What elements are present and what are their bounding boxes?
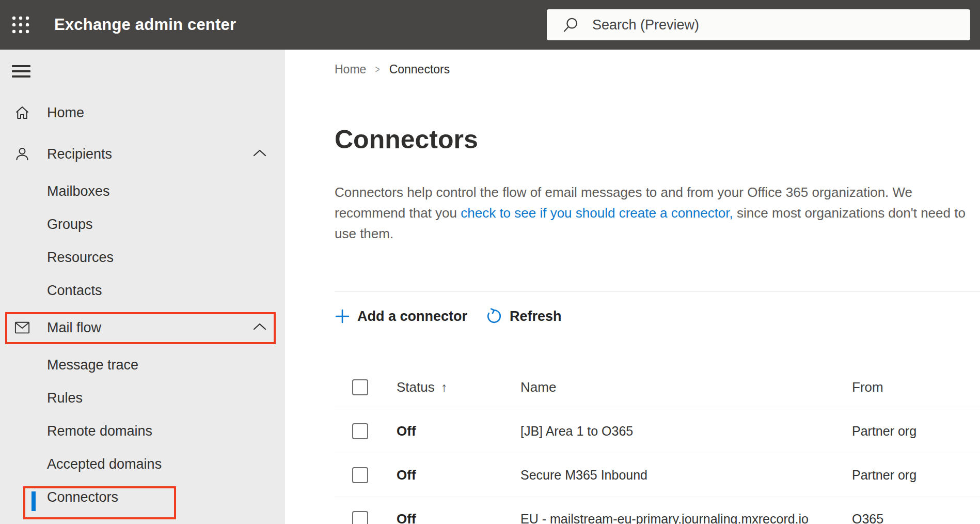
sidebar-item-mail-flow[interactable]: Mail flow: [0, 307, 285, 348]
search-input[interactable]: [591, 17, 922, 34]
header-checkbox-cell: [335, 379, 397, 395]
sidebar-item-mailboxes[interactable]: Mailboxes: [0, 175, 285, 208]
breadcrumb: Home > Connectors: [335, 62, 450, 76]
app-launcher-icon[interactable]: [9, 13, 32, 36]
sidebar-item-label: Accepted domains: [47, 456, 162, 472]
cell-name[interactable]: [JB] Area 1 to O365: [520, 424, 852, 439]
cell-status: Off: [397, 423, 520, 439]
hamburger-menu-icon[interactable]: [12, 65, 30, 78]
sidebar-item-label: Resources: [47, 250, 114, 266]
sidebar-item-label: Remote domains: [47, 423, 152, 439]
sidebar-item-message-trace[interactable]: Message trace: [0, 348, 285, 381]
sidebar-item-home[interactable]: Home: [0, 92, 285, 133]
row-checkbox[interactable]: [352, 423, 368, 439]
mail-icon: [14, 320, 30, 335]
refresh-label: Refresh: [510, 309, 562, 325]
sidebar-item-label: Mail flow: [47, 320, 101, 336]
sidebar-item-label: Contacts: [47, 283, 102, 299]
sidebar-item-recipients[interactable]: Recipients: [0, 133, 285, 175]
column-header-label: Name: [520, 379, 556, 395]
sidebar-item-accepted-domains[interactable]: Accepted domains: [0, 448, 285, 481]
chevron-up-icon: [253, 149, 266, 159]
table-row[interactable]: Off Secure M365 Inbound Partner org: [335, 453, 980, 497]
row-checkbox-cell: [335, 423, 397, 439]
add-connector-button[interactable]: Add a connector: [335, 309, 467, 325]
column-header-from: From: [852, 379, 980, 395]
select-all-checkbox[interactable]: [352, 379, 368, 395]
search-box[interactable]: [547, 9, 970, 40]
sidebar-item-groups[interactable]: Groups: [0, 208, 285, 241]
command-bar: Add a connector Refresh: [335, 302, 562, 331]
row-checkbox-cell: [335, 467, 397, 483]
row-checkbox-cell: [335, 511, 397, 524]
cell-status: Off: [397, 467, 520, 483]
cell-name[interactable]: Secure M365 Inbound: [520, 468, 852, 483]
page-title: Connectors: [335, 125, 478, 154]
sidebar-item-rules[interactable]: Rules: [0, 381, 285, 414]
sidebar-nav: Home Recipients Mailboxes Groups Reso: [0, 50, 285, 524]
sidebar-item-label: Groups: [47, 217, 93, 233]
chevron-up-icon: [253, 322, 266, 333]
row-checkbox[interactable]: [352, 511, 368, 524]
breadcrumb-separator-icon: >: [375, 63, 380, 75]
cell-from: Partner org: [852, 468, 980, 483]
column-header-label: From: [852, 379, 883, 395]
row-checkbox[interactable]: [352, 467, 368, 483]
add-connector-label: Add a connector: [357, 309, 467, 325]
column-header-name: Name: [520, 379, 852, 395]
breadcrumb-current: Connectors: [389, 63, 450, 76]
sidebar-item-label: Connectors: [47, 489, 118, 505]
column-header-label: Status: [397, 379, 435, 395]
sidebar-item-label: Recipients: [47, 146, 112, 162]
sidebar-item-resources[interactable]: Resources: [0, 241, 285, 274]
sidebar-item-connectors[interactable]: Connectors: [0, 481, 285, 514]
table-row[interactable]: Off [JB] Area 1 to O365 Partner org: [335, 409, 980, 453]
waffle-dots: [10, 14, 31, 35]
selection-indicator: [31, 491, 36, 511]
person-icon: [14, 146, 30, 162]
main-content: Home > Connectors Connectors Connectors …: [285, 50, 980, 524]
table-row[interactable]: Off EU - mailstream-eu-primary.journalin…: [335, 497, 980, 524]
annotation-box-mail-flow: [5, 312, 276, 344]
cell-name[interactable]: EU - mailstream-eu-primary.journaling.mx…: [520, 512, 852, 524]
column-header-status[interactable]: Status ↑: [397, 379, 520, 395]
plus-icon: [335, 309, 350, 324]
search-icon: [562, 16, 580, 34]
table-header-row: Status ↑ Name From: [335, 366, 980, 409]
breadcrumb-home-link[interactable]: Home: [335, 63, 366, 76]
app-title: Exchange admin center: [54, 0, 236, 50]
cell-from: O365: [852, 512, 980, 524]
refresh-icon: [486, 308, 502, 325]
sidebar-item-label: Rules: [47, 390, 83, 406]
page-description: Connectors help control the flow of emai…: [335, 182, 971, 244]
sidebar-item-contacts[interactable]: Contacts: [0, 274, 285, 307]
sort-ascending-icon: ↑: [441, 380, 448, 395]
toolbar-divider: [335, 291, 980, 291]
cell-status: Off: [397, 511, 520, 524]
refresh-button[interactable]: Refresh: [486, 308, 562, 325]
home-icon: [14, 105, 30, 120]
sidebar-item-label: Message trace: [47, 357, 138, 373]
sidebar-nav-list: Home Recipients Mailboxes Groups Reso: [0, 92, 285, 514]
sidebar-item-label: Mailboxes: [47, 183, 110, 199]
connectors-table: Status ↑ Name From Off [JB] Area 1 to O3…: [335, 366, 980, 524]
sidebar-item-label: Home: [47, 105, 84, 121]
cell-from: Partner org: [852, 424, 980, 439]
create-connector-check-link[interactable]: check to see if you should create a conn…: [461, 205, 733, 221]
sidebar-item-remote-domains[interactable]: Remote domains: [0, 414, 285, 448]
app-header: Exchange admin center: [0, 0, 980, 50]
